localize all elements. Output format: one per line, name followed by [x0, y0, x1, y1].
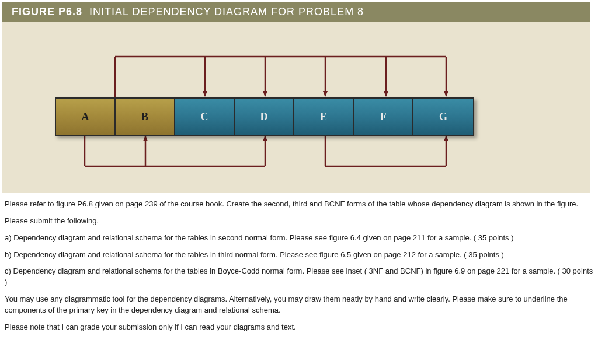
cell-C: C: [175, 99, 235, 135]
note-grading: Please note that I can grade your submis…: [5, 322, 593, 333]
cell-A-label: A: [82, 111, 89, 123]
submit-heading: Please submit the following.: [5, 216, 593, 227]
figure-number: FIGURE P6.8: [12, 6, 82, 18]
cell-D: D: [235, 99, 294, 135]
item-a: a) Dependency diagram and relational sch…: [5, 233, 593, 244]
cell-E: E: [294, 99, 354, 135]
item-b: b) Dependency diagram and relational sch…: [5, 250, 593, 261]
cell-D-label: D: [260, 111, 268, 123]
instructions-text: Please refer to figure P6.8 given on pag…: [0, 193, 598, 333]
cell-G: G: [413, 99, 473, 135]
item-c: c) Dependency diagram and relational sch…: [5, 266, 593, 288]
cell-C-label: C: [201, 111, 208, 123]
cell-A: A: [56, 99, 116, 135]
figure-container: FIGURE P6.8 INITIAL DEPENDENCY DIAGRAM F…: [2, 2, 590, 193]
cell-E-label: E: [320, 111, 327, 123]
dependency-diagram: A B C D E F G: [2, 22, 590, 193]
figure-title: INITIAL DEPENDENCY DIAGRAM FOR PROBLEM 8: [89, 6, 364, 18]
cell-B: B: [116, 99, 175, 135]
cell-G-label: G: [439, 111, 447, 123]
note-tool: You may use any diagrammatic tool for th…: [5, 294, 593, 316]
cell-B-label: B: [141, 111, 148, 123]
cell-F: F: [354, 99, 413, 135]
attribute-row: A B C D E F G: [55, 97, 474, 136]
figure-header: FIGURE P6.8 INITIAL DEPENDENCY DIAGRAM F…: [2, 2, 590, 22]
intro-paragraph: Please refer to figure P6.8 given on pag…: [5, 199, 593, 210]
cell-F-label: F: [380, 111, 387, 123]
